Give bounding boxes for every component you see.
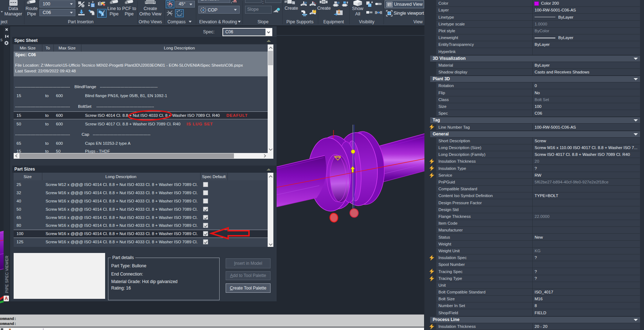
- svg-text:@: @: [337, 1, 340, 4]
- svg-text:x: x: [171, 1, 173, 3]
- svg-text:x: x: [178, 14, 179, 16]
- svg-text:x: x: [181, 10, 182, 12]
- svg-text:x: x: [177, 10, 178, 12]
- svg-text:x: x: [313, 1, 315, 4]
- svg-text:@: @: [304, 1, 307, 4]
- svg-text:x: x: [180, 14, 181, 16]
- svg-text:x: x: [167, 1, 168, 3]
